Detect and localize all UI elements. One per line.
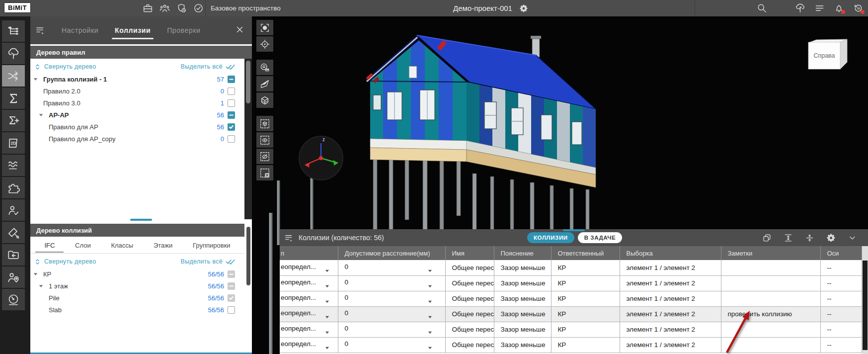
search-icon[interactable] — [757, 3, 767, 13]
cell-type[interactable]: еопредел... — [280, 291, 338, 306]
cell-distance[interactable]: 0 — [338, 260, 445, 275]
viewport-tool-show[interactable] — [256, 132, 273, 148]
column-header[interactable]: п — [280, 246, 338, 260]
team-icon[interactable] — [159, 3, 170, 13]
project-settings-gear-icon[interactable] — [519, 4, 528, 13]
collisions-tree-header[interactable]: Дерево коллизий — [30, 224, 252, 237]
cell-distance[interactable]: 0 — [338, 337, 445, 353]
collapse-rows-icon[interactable] — [805, 233, 814, 243]
column-header[interactable]: Пояснение — [494, 246, 551, 260]
tree-item[interactable]: Правило для АР_copy0 — [30, 133, 244, 145]
table-row[interactable]: еопредел...0Общее пересЗазор меньшеКРэле… — [280, 337, 862, 353]
tree-tab-классы[interactable]: Классы — [111, 242, 133, 249]
sidebar-item-sheets-2d[interactable]: 2D — [2, 132, 25, 154]
table-row[interactable]: еопредел...0Общее пересЗазор меньшеКРэле… — [280, 275, 862, 291]
axis-gizmo[interactable]: z — [291, 128, 351, 188]
cell-notes[interactable] — [721, 260, 820, 275]
expand-caret-icon[interactable] — [33, 272, 43, 276]
viewport-tool-measure[interactable] — [256, 60, 273, 75]
collapse-tree-link[interactable]: Свернуть дерево — [44, 63, 96, 70]
dropdown-caret-icon[interactable] — [428, 269, 432, 272]
table-resize-handle[interactable] — [563, 229, 585, 231]
viewport-tool-isolate[interactable] — [256, 116, 273, 131]
table-row[interactable]: еопредел...0Общее пересЗазор меньшеКРэле… — [280, 322, 862, 337]
viewport-tool-clear-selection[interactable] — [256, 165, 273, 180]
panel-menu-icon[interactable] — [35, 25, 45, 35]
cell-notes[interactable] — [721, 275, 820, 291]
checkbox-indeterminate-gray[interactable] — [228, 270, 235, 278]
navigation-cube[interactable]: Справа — [807, 38, 853, 71]
select-all-link[interactable]: Выделить всё — [181, 63, 223, 70]
cell-type[interactable]: еопредел... — [280, 322, 338, 337]
sidebar-item-dashboard[interactable] — [2, 289, 25, 310]
tab-collisions[interactable]: Коллизии — [115, 26, 151, 34]
collisions-tree-scrollbar[interactable] — [244, 224, 252, 353]
dropdown-caret-icon[interactable] — [428, 300, 432, 303]
tree-item[interactable]: Правило 3.01 — [30, 97, 244, 109]
select-all-link[interactable]: Выделить всё — [181, 258, 223, 265]
table-row[interactable]: еопредел...0Общее пересЗазор меньшеКРэле… — [280, 291, 862, 306]
cell-type[interactable]: еопредел... — [280, 275, 338, 291]
column-header[interactable]: Допустимое расстояние(мм) — [338, 246, 445, 260]
sidebar-item-folder-export[interactable] — [2, 244, 25, 266]
rules-tree-header[interactable]: Дерево правил — [30, 46, 252, 59]
column-header[interactable]: Имя — [445, 246, 494, 260]
tree-item[interactable]: КР56/56 — [30, 268, 244, 280]
project-tree-icon[interactable] — [795, 3, 805, 13]
checkbox-empty[interactable] — [228, 306, 235, 314]
dropdown-caret-icon[interactable] — [325, 300, 329, 303]
sidebar-item-graphs[interactable] — [2, 155, 25, 176]
collisions-view-button[interactable]: КОЛЛИЗИИ — [527, 232, 574, 243]
table-row[interactable]: еопредел...0Общее пересЗазор меньшеКРэле… — [280, 260, 862, 275]
panel-resize-handle[interactable] — [130, 219, 152, 221]
cell-notes[interactable] — [721, 322, 820, 337]
dropdown-caret-icon[interactable] — [325, 285, 329, 288]
dropdown-caret-icon[interactable] — [325, 331, 329, 334]
sidebar-item-environment-tree[interactable] — [2, 43, 25, 64]
cell-notes[interactable] — [721, 337, 820, 353]
table-menu-icon[interactable] — [284, 233, 294, 243]
dropdown-caret-icon[interactable] — [325, 316, 329, 319]
sidebar-item-user-location[interactable] — [2, 266, 25, 288]
history-icon[interactable]: 10 — [853, 3, 864, 13]
sidebar-item-construction[interactable] — [2, 222, 25, 243]
dropdown-caret-icon[interactable] — [428, 316, 432, 319]
gear-icon[interactable] — [826, 233, 836, 243]
viewport-tool-orbit-target[interactable] — [256, 36, 273, 52]
expand-caret-icon[interactable] — [39, 284, 49, 288]
in-task-view-button[interactable]: В ЗАДАЧЕ — [578, 232, 623, 243]
column-header[interactable]: Ответственный — [551, 246, 620, 260]
tree-tab-группировки[interactable]: Группировки — [193, 242, 231, 249]
expand-caret-icon[interactable] — [33, 78, 43, 81]
checkbox-indeterminate[interactable] — [228, 111, 235, 119]
cell-distance[interactable]: 0 — [338, 275, 445, 291]
shield-clock-icon[interactable] — [176, 3, 187, 13]
sidebar-item-sum-plus[interactable] — [2, 110, 25, 131]
dropdown-caret-icon[interactable] — [428, 331, 432, 334]
tree-item[interactable]: 1 этаж56/56 — [30, 280, 244, 292]
cell-notes[interactable] — [721, 291, 820, 306]
viewport-tool-hide[interactable] — [256, 149, 273, 164]
expand-caret-icon[interactable] — [39, 113, 49, 117]
column-header[interactable]: Выборка — [620, 246, 721, 260]
workspace-selector[interactable]: Базовое пространство — [211, 0, 294, 16]
checkbox-indeterminate[interactable] — [228, 76, 235, 83]
checkbox-indeterminate-gray[interactable] — [228, 282, 235, 290]
briefcase-icon[interactable] — [143, 3, 153, 13]
viewport-tool-section-box[interactable] — [256, 92, 273, 108]
rules-tree-scrollbar[interactable] — [244, 59, 252, 219]
column-header[interactable]: Оси — [820, 246, 862, 260]
cell-distance[interactable]: 0 — [338, 291, 445, 306]
cell-type[interactable]: еопредел... — [280, 260, 338, 275]
table-row[interactable]: еопредел...0Общее пересЗазор меньшеКРэле… — [280, 306, 862, 322]
dropdown-caret-icon[interactable] — [325, 347, 329, 350]
check-circle-icon[interactable] — [193, 3, 204, 13]
checkbox-checked-gray[interactable] — [228, 294, 235, 302]
sidebar-item-collisions[interactable] — [2, 65, 25, 87]
tree-tab-этажи[interactable]: Этажи — [154, 242, 172, 249]
tree-item[interactable]: Группа коллизий - 157 — [30, 73, 244, 85]
dropdown-caret-icon[interactable] — [325, 269, 329, 272]
cell-notes[interactable]: проверить коллизию — [721, 306, 820, 322]
table-scrollbar[interactable] — [862, 246, 868, 354]
cell-type[interactable]: еопредел... — [280, 337, 338, 353]
